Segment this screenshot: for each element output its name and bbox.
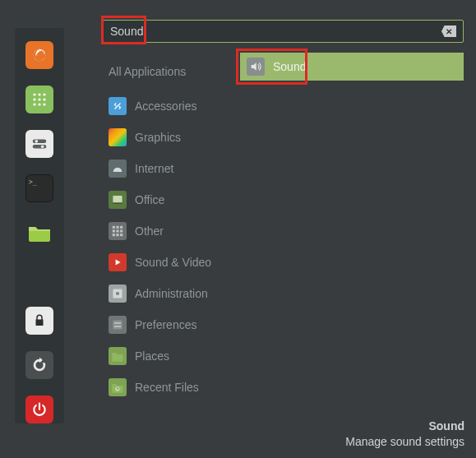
svg-rect-20	[113, 229, 115, 232]
category-internet[interactable]: Internet	[109, 153, 248, 184]
category-label: Preferences	[135, 318, 196, 331]
sound-video-icon	[109, 253, 127, 271]
category-graphics[interactable]: Graphics	[109, 122, 248, 153]
recent-files-icon	[109, 378, 127, 396]
category-label: Places	[135, 349, 169, 363]
search-results: Sound	[240, 53, 464, 81]
files-icon[interactable]	[25, 219, 53, 247]
svg-rect-29	[114, 322, 121, 323]
svg-rect-15	[113, 196, 122, 202]
category-list: All Applications Accessories Graphics In…	[109, 56, 248, 403]
svg-point-13	[41, 145, 44, 148]
svg-point-4	[33, 98, 35, 100]
svg-rect-10	[33, 140, 47, 144]
result-label: Sound	[273, 60, 306, 73]
description-title: Sound	[345, 419, 464, 434]
category-label: Recent Files	[135, 381, 199, 394]
result-sound[interactable]: Sound	[240, 53, 464, 81]
speaker-icon	[247, 58, 265, 76]
svg-rect-30	[114, 326, 121, 326]
search-input[interactable]	[110, 25, 441, 38]
svg-point-9	[43, 103, 45, 105]
applications-icon[interactable]	[25, 86, 53, 113]
category-recent-files[interactable]: Recent Files	[109, 372, 248, 403]
other-icon	[109, 222, 127, 240]
svg-rect-24	[116, 234, 118, 236]
launcher-panel: >_	[15, 28, 64, 423]
category-other[interactable]: Other	[109, 215, 248, 247]
category-label: Accessories	[135, 99, 196, 113]
category-places[interactable]: Places	[109, 340, 248, 372]
category-label: Office	[135, 193, 164, 206]
category-label: Sound & Video	[135, 256, 211, 269]
category-accessories[interactable]: Accessories	[109, 90, 248, 122]
svg-point-3	[43, 93, 45, 95]
svg-rect-17	[113, 226, 115, 229]
svg-rect-21	[116, 229, 118, 232]
svg-point-1	[33, 93, 35, 95]
terminal-icon[interactable]: >_	[25, 174, 53, 202]
category-label: Other	[135, 224, 164, 238]
restart-icon[interactable]	[25, 351, 53, 379]
firefox-icon[interactable]	[25, 41, 53, 69]
category-label: All Applications	[109, 65, 186, 78]
category-label: Graphics	[135, 131, 181, 144]
preferences-icon	[109, 316, 127, 334]
svg-rect-28	[113, 320, 122, 329]
svg-rect-18	[116, 226, 118, 229]
category-office[interactable]: Office	[109, 184, 248, 215]
app-description: Sound Manage sound settings	[345, 419, 464, 450]
category-preferences[interactable]: Preferences	[109, 309, 248, 340]
settings-icon[interactable]	[25, 130, 53, 158]
administration-icon	[109, 285, 127, 303]
svg-point-2	[38, 93, 40, 95]
accessories-icon	[109, 97, 127, 115]
svg-point-7	[33, 103, 35, 105]
category-label: Administration	[135, 287, 208, 300]
svg-point-11	[35, 140, 39, 143]
svg-rect-16	[113, 203, 122, 204]
svg-rect-19	[120, 226, 122, 229]
clear-search-button[interactable]: ✕	[441, 25, 456, 37]
svg-rect-25	[120, 234, 122, 236]
category-label: Internet	[135, 162, 173, 175]
svg-point-8	[38, 103, 40, 105]
svg-rect-12	[33, 145, 47, 149]
svg-point-6	[43, 98, 45, 100]
lock-icon[interactable]	[25, 307, 53, 335]
description-subtitle: Manage sound settings	[345, 434, 464, 450]
svg-rect-22	[120, 229, 122, 232]
category-all-applications[interactable]: All Applications	[109, 56, 248, 87]
svg-rect-23	[113, 234, 115, 236]
search-field-wrapper: ✕	[103, 20, 464, 43]
category-administration[interactable]: Administration	[109, 278, 248, 309]
places-icon	[109, 347, 127, 365]
graphics-icon	[109, 128, 127, 146]
office-icon	[109, 191, 127, 209]
svg-point-5	[38, 98, 40, 100]
category-sound-video[interactable]: Sound & Video	[109, 247, 248, 278]
internet-icon	[109, 160, 127, 178]
svg-point-27	[116, 292, 119, 295]
power-icon[interactable]	[25, 396, 53, 423]
svg-text:>_: >_	[29, 178, 37, 186]
